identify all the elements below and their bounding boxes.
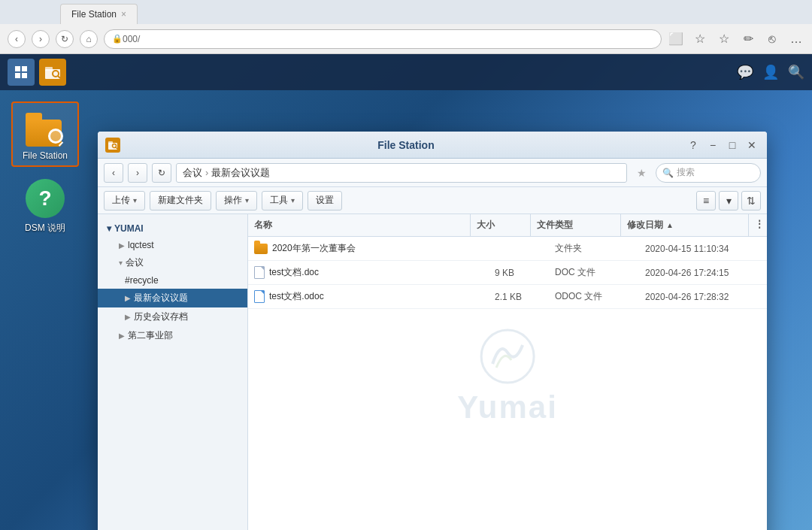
sidebar-item-history[interactable]: ▶ 历史会议存档 xyxy=(98,307,247,326)
file-row-size-0 xyxy=(489,244,549,254)
file-row-type-1: DOC 文件 xyxy=(549,261,639,284)
new-folder-button[interactable]: 新建文件夹 xyxy=(150,191,211,210)
new-folder-label: 新建文件夹 xyxy=(158,194,203,207)
doc-icon xyxy=(254,266,265,279)
sort-asc-icon: ▲ xyxy=(666,221,674,229)
taskbar: 💬 👤 🔍 xyxy=(0,54,812,90)
settings-label: 设置 xyxy=(316,194,334,207)
file-row-name-doc: test文档.doc xyxy=(248,261,489,284)
sidebar-arrow-latest: ▶ xyxy=(125,294,131,302)
sort-button[interactable]: ⇅ xyxy=(741,191,761,210)
nav-forward-button[interactable]: › xyxy=(128,163,147,183)
help-button[interactable]: ? xyxy=(686,138,701,153)
file-list: Yumai 名称 大小 文件类型 修改日期 ▲ ⋮ xyxy=(248,214,767,530)
settings-button[interactable]: 设置 xyxy=(308,191,342,210)
window-titlebar: File Station ? − □ ✕ xyxy=(98,132,767,159)
svg-point-8 xyxy=(481,330,534,383)
sidebar-label-history: 历史会议存档 xyxy=(134,310,188,323)
header-type[interactable]: 文件类型 xyxy=(531,214,621,236)
header-name[interactable]: 名称 xyxy=(248,214,471,236)
taskbar-file-station[interactable] xyxy=(39,59,66,86)
favorite-button[interactable]: ★ xyxy=(632,163,651,183)
actions-button[interactable]: 操作 ▾ xyxy=(216,191,257,210)
bookmark-icon[interactable]: ☆ xyxy=(692,31,708,47)
file-row-size-2: 2.1 KB xyxy=(489,286,549,307)
close-button[interactable]: ✕ xyxy=(744,138,759,153)
sidebar-arrow-meeting: ▾ xyxy=(119,259,123,267)
file-station-label: File Station xyxy=(23,150,68,161)
window-icon xyxy=(105,138,120,153)
sidebar-label-recycle: #recycle xyxy=(125,275,159,286)
tools-chevron: ▾ xyxy=(291,196,295,204)
dsm-help-label: DSM 说明 xyxy=(25,222,65,235)
minimize-button[interactable]: − xyxy=(705,138,720,153)
search-placeholder: 搜索 xyxy=(677,166,695,179)
sidebar-item-division2[interactable]: ▶ 第二事业部 xyxy=(98,326,247,345)
list-view-button[interactable]: ≡ xyxy=(696,191,716,210)
sidebar-item-recycle[interactable]: #recycle xyxy=(98,272,247,289)
header-size[interactable]: 大小 xyxy=(471,214,531,236)
search-icon[interactable]: 🔍 xyxy=(788,64,804,80)
svg-rect-5 xyxy=(108,141,113,144)
sidebar-arrow-division2: ▶ xyxy=(119,332,125,340)
customize-icon[interactable]: ☆ xyxy=(716,31,732,47)
address-bar[interactable]: 🔒 000/ xyxy=(104,29,662,49)
share-icon[interactable]: ⎋ xyxy=(764,31,780,47)
window-content: ▾ YUMAI ▶ lqctest ▾ 会议 #recycle ▶ 最新会议议题 xyxy=(98,214,767,530)
maximize-button[interactable]: □ xyxy=(725,138,740,153)
dsm-help-desktop-icon[interactable]: ? DSM 说明 xyxy=(11,174,79,239)
window-controls: ? − □ ✕ xyxy=(686,138,759,153)
browser-tab[interactable]: File Station × xyxy=(60,4,138,24)
file-row-type-2: ODOC 文件 xyxy=(549,285,639,308)
watermark-text: Yumai xyxy=(457,389,558,426)
file-row-date-0: 2020-04-15 11:10:34 xyxy=(639,238,767,259)
pen-icon[interactable]: ✏ xyxy=(740,31,756,47)
header-more[interactable]: ⋮ xyxy=(749,214,767,236)
file-row-name-folder: 2020年第一次董事会 xyxy=(248,237,489,260)
table-row[interactable]: test文档.odoc 2.1 KB ODOC 文件 2020-04-26 17… xyxy=(248,285,767,309)
menu-icon[interactable]: … xyxy=(788,31,804,47)
table-row[interactable]: 2020年第一次董事会 文件夹 2020-04-15 11:10:34 xyxy=(248,237,767,261)
chat-icon[interactable]: 💬 xyxy=(737,64,753,80)
browser-actions: ⬜ ☆ ☆ ✏ ⎋ … xyxy=(668,31,804,47)
forward-button[interactable]: › xyxy=(32,30,50,48)
tools-button[interactable]: 工具 ▾ xyxy=(262,191,303,210)
tab-close-icon[interactable]: × xyxy=(121,9,126,20)
home-button[interactable]: ⌂ xyxy=(80,30,98,48)
file-row-date-2: 2020-04-26 17:28:32 xyxy=(639,286,767,307)
header-date-label: 修改日期 xyxy=(627,219,663,232)
file-row-date-1: 2020-04-26 17:24:15 xyxy=(639,262,767,283)
file-row-name-odoc: test文档.odoc xyxy=(248,285,489,308)
file-station-window: File Station ? − □ ✕ ‹ › ↻ 会议 › 最新会议议题 ★… xyxy=(98,132,767,530)
upload-chevron: ▾ xyxy=(133,196,137,204)
user-icon[interactable]: 👤 xyxy=(762,64,779,80)
sidebar-item-lqctest[interactable]: ▶ lqctest xyxy=(98,237,247,253)
nav-refresh-button[interactable]: ↻ xyxy=(152,163,171,183)
file-row-size-1: 9 KB xyxy=(489,262,549,283)
app-grid-button[interactable] xyxy=(8,59,35,86)
table-row[interactable]: test文档.doc 9 KB DOC 文件 2020-04-26 17:24:… xyxy=(248,261,767,285)
back-button[interactable]: ‹ xyxy=(8,30,26,48)
nav-back-button[interactable]: ‹ xyxy=(104,163,123,183)
view-options-button[interactable]: ▾ xyxy=(719,191,738,210)
breadcrumb-part1: 会议 xyxy=(183,166,202,180)
file-station-desktop-icon[interactable]: File Station xyxy=(11,101,79,167)
sidebar-arrow-lqctest: ▶ xyxy=(119,241,125,250)
reload-button[interactable]: ↻ xyxy=(56,30,74,48)
address-text: 000/ xyxy=(123,34,140,44)
svg-rect-1 xyxy=(45,67,53,71)
sidebar: ▾ YUMAI ▶ lqctest ▾ 会议 #recycle ▶ 最新会议议题 xyxy=(98,214,248,530)
upload-button[interactable]: 上传 ▾ xyxy=(104,191,145,210)
breadcrumb-sep: › xyxy=(205,167,208,178)
taskbar-right: 💬 👤 🔍 xyxy=(737,64,804,80)
tab-view-icon[interactable]: ⬜ xyxy=(668,31,684,47)
navigation-toolbar: ‹ › ↻ 会议 › 最新会议议题 ★ 🔍 搜索 xyxy=(98,159,767,187)
file-name-0: 2020年第一次董事会 xyxy=(272,242,356,255)
search-bar[interactable]: 🔍 搜索 xyxy=(656,163,761,183)
header-date[interactable]: 修改日期 ▲ xyxy=(621,214,749,236)
sidebar-label-meeting: 会议 xyxy=(126,256,144,269)
action-toolbar: 上传 ▾ 新建文件夹 操作 ▾ 工具 ▾ 设置 ≡ ▾ ⇅ xyxy=(98,187,767,214)
actions-chevron: ▾ xyxy=(245,196,249,204)
sidebar-item-meeting[interactable]: ▾ 会议 xyxy=(98,253,247,272)
sidebar-item-latest[interactable]: ▶ 最新会议议题 xyxy=(98,289,247,307)
